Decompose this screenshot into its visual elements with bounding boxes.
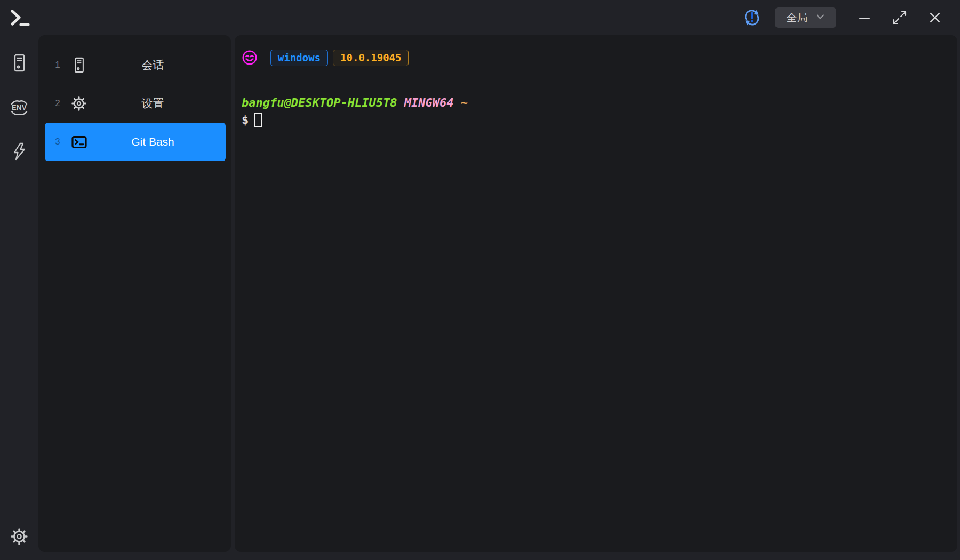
os-badge: windows xyxy=(270,50,328,66)
rail-env-button[interactable]: ENV xyxy=(0,97,38,118)
prompt-user-host: bangfu@DESKTOP-HLIU5T8 xyxy=(242,96,397,109)
titlebar-controls: 全局 xyxy=(742,0,953,35)
tab-label: 会话 xyxy=(87,58,226,73)
rail-sessions-button[interactable] xyxy=(0,52,38,74)
profile-selector-label: 全局 xyxy=(787,11,808,25)
titlebar: 全局 xyxy=(0,0,960,35)
tab-item-git-bash[interactable]: 3 Git Bash xyxy=(45,123,226,161)
tab-label: 设置 xyxy=(87,96,226,111)
close-icon xyxy=(928,11,942,25)
rail-settings-button[interactable] xyxy=(0,526,38,547)
server-icon xyxy=(11,53,28,73)
tab-list-panel: 1 会话 2 xyxy=(38,35,231,552)
minimize-icon xyxy=(859,12,870,23)
server-icon xyxy=(70,57,87,74)
terminal-screen[interactable]: windows 10.0.19045 bangfu@DESKTOP-HLIU5T… xyxy=(235,35,957,552)
tab-index: 1 xyxy=(52,60,63,70)
prompt-symbol: $ xyxy=(242,112,249,128)
tab-item-sessions[interactable]: 1 会话 xyxy=(45,46,226,84)
expand-icon xyxy=(892,10,908,26)
tab-item-settings[interactable]: 2 设置 xyxy=(45,84,226,123)
minimize-button[interactable] xyxy=(847,0,882,35)
left-icon-rail: ENV xyxy=(0,35,38,560)
env-icon: ENV xyxy=(9,99,30,116)
terminal-input-line: $ xyxy=(242,112,947,128)
gear-icon xyxy=(70,95,87,112)
terminal-cursor xyxy=(254,113,262,127)
sync-alert-icon[interactable] xyxy=(742,7,762,28)
lightning-icon xyxy=(11,142,28,161)
prompt-cwd: ~ xyxy=(461,96,468,109)
prompt-shell: MINGW64 xyxy=(404,96,454,109)
terminal-status-line: windows 10.0.19045 xyxy=(242,49,947,66)
prompt-line: bangfu@DESKTOP-HLIU5T8 MINGW64 ~ xyxy=(242,95,947,111)
maximize-button[interactable] xyxy=(882,0,917,35)
env-icon-text: ENV xyxy=(12,105,27,111)
rail-quick-commands-button[interactable] xyxy=(0,141,38,162)
app-logo-terminal-icon xyxy=(10,8,31,28)
os-version-badge: 10.0.19045 xyxy=(333,50,409,66)
close-button[interactable] xyxy=(917,0,953,35)
profile-selector-button[interactable]: 全局 xyxy=(775,7,836,28)
gear-icon xyxy=(10,527,28,546)
terminal-icon xyxy=(70,133,87,150)
smiley-face-icon xyxy=(242,50,258,66)
tab-index: 2 xyxy=(52,98,63,109)
chevron-down-icon xyxy=(815,12,825,23)
tab-index: 3 xyxy=(52,137,63,147)
terminal-output: bangfu@DESKTOP-HLIU5T8 MINGW64 ~ $ xyxy=(242,95,947,128)
tab-label: Git Bash xyxy=(87,135,226,148)
